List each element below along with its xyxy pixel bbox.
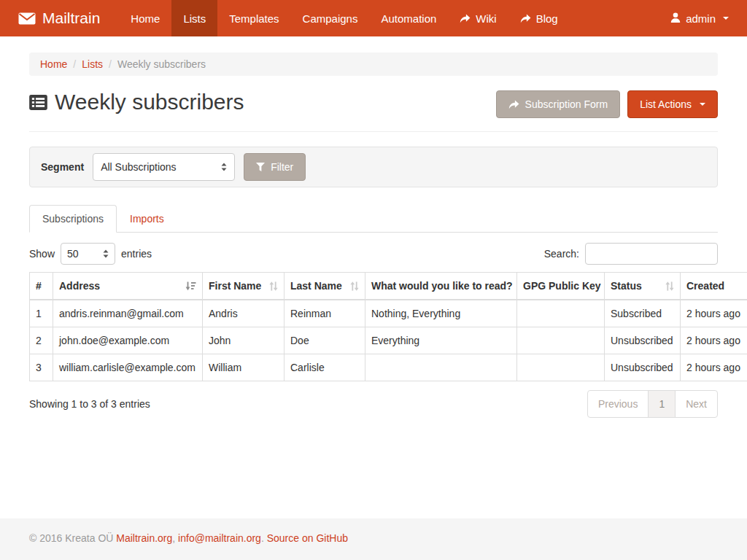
cell: john.doe@example.com [53, 327, 203, 354]
breadcrumb-link-lists[interactable]: Lists [82, 58, 103, 70]
nav-link-home[interactable]: Home [119, 0, 171, 36]
cell [517, 300, 605, 327]
table-row[interactable]: 3william.carlisle@example.comWilliamCarl… [30, 354, 747, 381]
cell: william.carlisle@example.com [53, 354, 203, 381]
cell: Nothing, Everything [365, 300, 517, 327]
page-link-next[interactable]: Next [675, 390, 718, 418]
cell: Subscribed [605, 300, 681, 327]
navbar: Mailtrain HomeListsTemplatesCampaignsAut… [0, 0, 747, 36]
table-body: 1andris.reinman@gmail.comAndrisReinmanNo… [30, 300, 747, 381]
funnel-icon [256, 163, 265, 171]
header-row: #AddressFirst NameLast NameWhat would yo… [30, 273, 747, 300]
user-menu-button[interactable]: admin [670, 0, 729, 36]
page-header: Weekly subscribers Subscription Form Lis… [29, 88, 718, 118]
table-info: Showing 1 to 3 of 3 entries [29, 398, 150, 410]
caret-down-icon [723, 17, 729, 20]
brand[interactable]: Mailtrain [18, 0, 110, 36]
share-icon [460, 14, 471, 23]
breadcrumb-separator: / [73, 58, 76, 70]
cell: Reinman [285, 300, 365, 327]
user-label: admin [686, 12, 716, 25]
share-icon [508, 100, 519, 109]
page-length-value: 50 [67, 248, 79, 260]
page-item-1: 1 [649, 390, 676, 418]
page-length-control: Show 50 entries [29, 243, 152, 265]
cell: Everything [365, 327, 517, 354]
column-header-first-name[interactable]: First Name [203, 273, 285, 300]
column-header-address[interactable]: Address [53, 273, 203, 300]
github-source-link[interactable]: Source on GitHub [267, 532, 348, 544]
page-item-next: Next [676, 390, 718, 418]
tab-link-subscriptions[interactable]: Subscriptions [29, 205, 117, 233]
page-length-select[interactable]: 50 [61, 243, 115, 265]
nav-item-automation: Automation [369, 0, 448, 36]
column-header-[interactable]: # [30, 273, 53, 300]
envelope-icon [18, 12, 36, 25]
breadcrumb: Home / Lists / Weekly subscribers [29, 52, 718, 76]
table-row[interactable]: 2john.doe@example.comJohnDoeEverythingUn… [30, 327, 747, 354]
subscription-form-button[interactable]: Subscription Form [496, 90, 621, 118]
search-control: Search: [544, 243, 718, 265]
caret-down-icon [700, 103, 705, 106]
table-header: #AddressFirst NameLast NameWhat would yo… [30, 273, 747, 300]
breadcrumb-current: Weekly subscribers [117, 58, 206, 70]
column-header-created[interactable]: Created [681, 273, 747, 300]
cell: John [203, 327, 285, 354]
nav-link-campaigns[interactable]: Campaigns [291, 0, 370, 36]
nav-link-wiki[interactable]: Wiki [448, 0, 508, 36]
column-header-status[interactable]: Status [605, 273, 681, 300]
nav-item-campaigns: Campaigns [291, 0, 370, 36]
sorted-desc-icon [185, 281, 196, 291]
tab-link-imports[interactable]: Imports [117, 205, 177, 233]
nav-link-automation[interactable]: Automation [369, 0, 448, 36]
table-row[interactable]: 1andris.reinman@gmail.comAndrisReinmanNo… [30, 300, 747, 327]
nav-link-lists[interactable]: Lists [171, 0, 217, 36]
sort-icon [350, 281, 359, 291]
show-label: Show [29, 248, 55, 260]
copyright: © 2016 Kreata OÜ [29, 532, 116, 544]
select-arrows-icon [103, 249, 109, 258]
subscribers-table: #AddressFirst NameLast NameWhat would yo… [29, 272, 747, 381]
header-actions: Subscription Form List Actions [496, 90, 718, 118]
sort-icon [665, 281, 674, 291]
page-link-previous[interactable]: Previous [587, 390, 649, 418]
page-title: Weekly subscribers [29, 88, 244, 117]
main-content: Home / Lists / Weekly subscribers Weekly… [29, 52, 718, 418]
nav-link-templates[interactable]: Templates [217, 0, 290, 36]
select-arrows-icon [221, 163, 227, 171]
entries-label: entries [121, 248, 152, 260]
segment-label: Segment [41, 161, 84, 173]
filter-button[interactable]: Filter [244, 153, 306, 181]
breadcrumb-link-home[interactable]: Home [40, 58, 67, 70]
brand-label: Mailtrain [42, 9, 100, 27]
cell: Unsubscribed [605, 354, 681, 381]
nav-item-home: Home [119, 0, 171, 36]
segment-panel: Segment All Subscriptions Filter [29, 147, 718, 187]
cell: Unsubscribed [605, 327, 681, 354]
footer-text: © 2016 Kreata OÜ Mailtrain.org, info@mai… [29, 518, 718, 544]
cell: 2 [30, 327, 53, 354]
mailtrain-org-link[interactable]: Mailtrain.org [116, 532, 172, 544]
list-alt-icon [29, 95, 47, 110]
search-input[interactable] [585, 243, 718, 265]
cell: 2 hours ago [681, 354, 747, 381]
page-link-1[interactable]: 1 [648, 390, 676, 418]
nav-item-wiki: Wiki [448, 0, 508, 36]
pagination: Previous1Next [587, 390, 718, 418]
list-actions-button[interactable]: List Actions [627, 90, 718, 118]
nav-item-blog: Blog [508, 0, 570, 36]
column-header-last-name[interactable]: Last Name [285, 273, 365, 300]
nav-link-blog[interactable]: Blog [508, 0, 570, 36]
cell: andris.reinman@gmail.com [53, 300, 203, 327]
segment-select[interactable]: All Subscriptions [93, 153, 235, 181]
email-link[interactable]: info@mailtrain.org [178, 532, 261, 544]
table-controls: Show 50 entries Search: [29, 243, 718, 265]
cell: Doe [285, 327, 365, 354]
page-item-previous: Previous [587, 390, 649, 418]
tab-subscriptions: Subscriptions [29, 205, 117, 232]
share-icon [520, 14, 531, 23]
nav-item-lists: Lists [171, 0, 217, 36]
column-header-what-would-you-like-to-read[interactable]: What would you like to read? [365, 273, 517, 300]
column-header-gpg-public-key[interactable]: GPG Public Key [517, 273, 605, 300]
cell: Carlisle [285, 354, 365, 381]
